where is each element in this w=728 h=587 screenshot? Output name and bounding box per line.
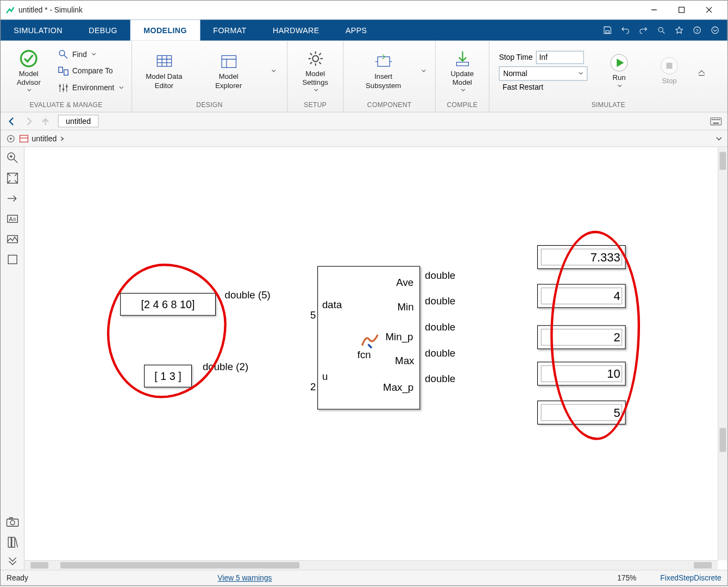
stoptime-input[interactable]	[536, 51, 584, 64]
svg-point-10	[59, 85, 61, 87]
out-port-min: Min	[398, 301, 414, 313]
download-icon	[453, 49, 472, 68]
svg-rect-26	[719, 118, 720, 120]
tab-hardware[interactable]: HARDWARE	[260, 20, 332, 41]
horizontal-scrollbar[interactable]	[24, 560, 718, 570]
undo-icon[interactable]	[617, 22, 633, 38]
in-port-data: data	[322, 299, 342, 311]
annotation-inputs	[107, 264, 227, 398]
stop-button[interactable]: Stop	[646, 45, 693, 97]
matlab-icon	[360, 333, 380, 349]
canvas-wrap: [2 4 6 8 10] [ 1 3 ] double (5) double (…	[24, 147, 727, 570]
svg-rect-39	[9, 517, 12, 519]
group-compile-label: COMPILE	[436, 101, 489, 112]
annotation-tool-icon[interactable]: A≡	[5, 211, 19, 226]
out-type-0: double	[425, 270, 455, 282]
find-button[interactable]: Find	[55, 47, 126, 61]
more-tools-icon[interactable]	[5, 555, 19, 570]
more-icon[interactable]	[707, 22, 723, 38]
quick-access: ?	[599, 20, 727, 41]
status-warnings[interactable]: View 5 warnings	[218, 573, 272, 582]
update-model-button[interactable]: Update Model	[441, 45, 484, 97]
svg-point-5	[711, 27, 718, 33]
minimize-button[interactable]	[640, 1, 668, 19]
run-button[interactable]: Run	[596, 45, 643, 97]
pin-icon[interactable]	[5, 133, 16, 144]
vertical-scrollbar[interactable]	[718, 147, 727, 560]
table-icon	[154, 52, 173, 71]
play-icon	[610, 53, 629, 72]
svg-rect-24	[716, 118, 717, 120]
design-expand-button[interactable]	[270, 68, 278, 73]
svg-point-15	[312, 55, 318, 61]
annotation-outputs	[550, 231, 640, 440]
model-settings-button[interactable]: Model Settings	[292, 45, 338, 97]
fcn-label: fcn	[357, 349, 371, 361]
zoom-tool-icon[interactable]	[5, 151, 19, 165]
tab-modeling[interactable]: MODELING	[130, 20, 200, 41]
fit-view-icon[interactable]	[5, 171, 19, 185]
chevron-down-icon[interactable]	[716, 135, 723, 142]
tab-apps[interactable]: APPS	[332, 20, 380, 41]
svg-rect-25	[717, 118, 718, 120]
check-icon	[19, 49, 38, 68]
fast-restart-button[interactable]: Fast Restart	[499, 83, 588, 91]
search-icon[interactable]	[653, 22, 669, 38]
close-button[interactable]	[695, 1, 723, 19]
canvas[interactable]: [2 4 6 8 10] [ 1 3 ] double (5) double (…	[24, 147, 727, 570]
model-icon	[18, 133, 29, 144]
nav-forward-button[interactable]	[21, 114, 37, 128]
nav-up-button[interactable]	[37, 114, 53, 128]
status-zoom[interactable]: 175%	[617, 573, 636, 582]
app-icon	[5, 5, 15, 15]
help-icon[interactable]: ?	[689, 22, 705, 38]
model-advisor-button[interactable]: Model Advisor	[5, 45, 52, 97]
signal-wires	[24, 147, 204, 237]
magnifier-icon	[58, 49, 69, 60]
maximize-button[interactable]	[668, 1, 695, 19]
camera-icon[interactable]	[5, 515, 19, 529]
svg-point-38	[10, 521, 15, 525]
group-simulate-label: SIMULATE	[489, 101, 727, 112]
svg-rect-14	[222, 55, 236, 67]
redo-icon[interactable]	[635, 22, 651, 38]
library-icon[interactable]	[5, 535, 19, 549]
title-bar: untitled * - Simulink	[1, 1, 727, 20]
svg-point-7	[59, 50, 65, 55]
environment-button[interactable]: Environment	[55, 80, 126, 95]
out-port-maxp: Max_p	[383, 382, 413, 394]
group-component-label: COMPONENT	[344, 101, 435, 112]
model-data-editor-button[interactable]: Model Data Editor	[141, 45, 187, 97]
breadcrumb-model[interactable]: untitled	[58, 115, 99, 127]
save-icon[interactable]	[599, 22, 615, 38]
insert-subsystem-button[interactable]: Insert Subsystem	[350, 45, 416, 97]
tab-format[interactable]: FORMAT	[200, 20, 260, 41]
collapse-toolstrip-button[interactable]	[696, 65, 707, 76]
compare-button[interactable]: Compare To	[55, 64, 126, 78]
explorer-path[interactable]: untitled	[32, 134, 57, 142]
svg-rect-30	[20, 135, 28, 141]
explorer-icon	[219, 52, 238, 71]
svg-rect-0	[679, 7, 684, 13]
favorites-icon[interactable]	[671, 22, 687, 38]
group-design-label: DESIGN	[132, 101, 287, 112]
in-dim-u: 2	[310, 382, 316, 394]
area-tool-icon[interactable]	[5, 252, 19, 266]
tab-debug[interactable]: DEBUG	[76, 20, 130, 41]
arrow-tool-icon[interactable]	[5, 191, 19, 205]
out-type-2: double	[425, 322, 455, 334]
nav-back-button[interactable]	[4, 114, 20, 128]
signal-label-1: double (5)	[225, 289, 271, 301]
chevron-right-icon	[59, 135, 65, 141]
image-tool-icon[interactable]	[5, 232, 19, 246]
svg-rect-9	[64, 70, 68, 75]
model-explorer-button[interactable]: Model Explorer	[205, 45, 252, 97]
tab-simulation[interactable]: SIMULATION	[1, 20, 76, 41]
sim-mode-select[interactable]: Normal	[499, 66, 588, 80]
keyboard-icon[interactable]	[708, 114, 724, 128]
gear-icon	[306, 49, 325, 68]
component-expand-button[interactable]	[420, 68, 428, 73]
status-ready: Ready	[7, 573, 28, 582]
status-bar: Ready View 5 warnings 175% FixedStepDisc…	[1, 570, 727, 585]
status-solver[interactable]: FixedStepDiscrete	[660, 573, 721, 582]
